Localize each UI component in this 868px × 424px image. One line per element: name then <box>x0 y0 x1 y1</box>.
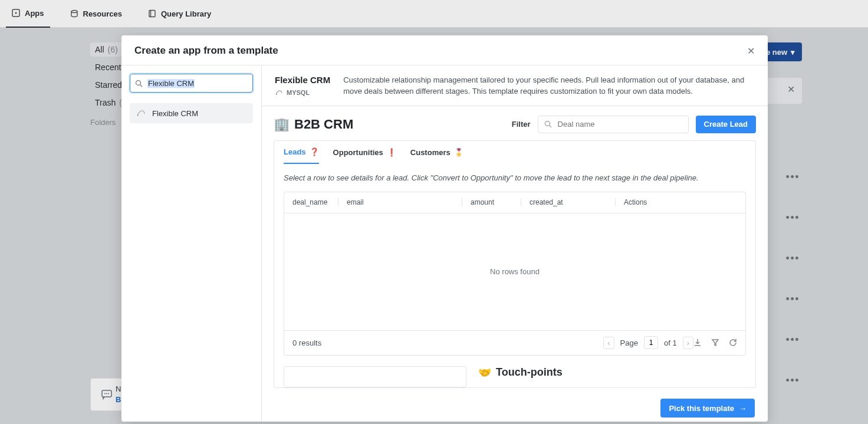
page-of-label: of 1 <box>664 338 677 347</box>
touchpoint-card[interactable] <box>284 366 466 387</box>
page-label: Page <box>620 338 638 347</box>
preview-titlebar: 🏢 B2B CRM Filter <box>274 116 756 133</box>
tab-opportunities[interactable]: Opportunities ❗ <box>333 140 396 164</box>
close-icon[interactable]: ✕ <box>747 45 755 57</box>
touchpoints-title: 🤝 Touch-points <box>478 366 563 379</box>
pick-template-button[interactable]: Pick this template → <box>660 399 755 418</box>
touchpoints-label: Touch-points <box>496 366 563 379</box>
filter-label: Filter <box>512 120 531 129</box>
page-input[interactable] <box>644 336 658 349</box>
tab-leads[interactable]: Leads ❓ <box>284 140 319 164</box>
preview-panel: Select a row to see details for a lead. … <box>274 164 756 388</box>
col-email[interactable]: email <box>338 198 462 206</box>
table-tool-icons <box>693 338 737 347</box>
no-rows-message: No rows found <box>284 213 745 330</box>
col-actions: Actions <box>616 198 745 206</box>
svg-line-10 <box>140 84 143 87</box>
template-search[interactable]: Flexible CRM <box>130 74 253 93</box>
touchpoints-row: 🤝 Touch-points <box>284 366 746 387</box>
leads-table: deal_name email amount created_at Action… <box>284 192 746 356</box>
exclamation-icon: ❗ <box>387 148 396 157</box>
arrow-right-icon: → <box>739 404 747 413</box>
svg-point-13 <box>545 121 550 126</box>
page-prev-icon[interactable]: ‹ <box>603 337 614 349</box>
mysql-icon <box>275 88 283 97</box>
tab-customers[interactable]: Customers 🎖️ <box>410 140 463 164</box>
app-title-text: B2B CRM <box>294 117 353 132</box>
mysql-icon <box>136 108 146 119</box>
results-count: 0 results <box>292 338 603 347</box>
table-header: deal_name email amount created_at Action… <box>284 192 745 213</box>
building-icon: 🏢 <box>274 117 290 132</box>
svg-line-14 <box>549 126 551 128</box>
filter-icon[interactable] <box>711 338 719 347</box>
page-next-icon[interactable]: › <box>683 337 693 349</box>
preview-toolbar: Filter Create Lead <box>512 116 756 133</box>
template-detail-header: Flexible CRM MYSQL Customizable relation… <box>262 65 768 106</box>
template-description: Customizable relationship management tai… <box>343 75 755 97</box>
tab-label: Opportunities <box>333 148 383 157</box>
preview-tabs: Leads ❓ Opportunities ❗ Customers 🎖️ <box>274 140 756 164</box>
template-name: Flexible CRM <box>275 75 330 85</box>
modal-title: Create an app from a template <box>134 45 278 57</box>
handshake-icon: 🤝 <box>478 366 491 379</box>
svg-point-11 <box>137 115 139 116</box>
svg-point-12 <box>276 94 277 95</box>
svg-point-9 <box>136 80 141 85</box>
tab-label: Customers <box>410 148 451 157</box>
search-input-text: Flexible CRM <box>147 79 195 88</box>
table-footer: 0 results ‹ Page of 1 › <box>284 330 745 355</box>
pick-template-label: Pick this template <box>669 404 734 413</box>
search-icon <box>135 80 143 87</box>
tab-label: Leads <box>284 147 306 156</box>
download-icon[interactable] <box>693 338 702 347</box>
db-label: MYSQL <box>287 89 310 96</box>
modal-footer: Pick this template → <box>262 395 768 422</box>
search-icon <box>544 120 552 128</box>
create-lead-button[interactable]: Create Lead <box>696 116 756 133</box>
question-icon: ❓ <box>310 147 319 156</box>
search-input[interactable] <box>199 79 248 88</box>
deal-filter-input[interactable] <box>538 116 689 133</box>
pager: ‹ Page of 1 › <box>603 336 693 349</box>
template-list-pane: Flexible CRM Flexible CRM <box>121 65 262 422</box>
refresh-icon[interactable] <box>729 338 737 347</box>
panel-hint: Select a row to see details for a lead. … <box>284 173 746 182</box>
medal-icon: 🎖️ <box>454 148 463 157</box>
preview-app-title: 🏢 B2B CRM <box>274 117 353 132</box>
template-item-flexible-crm[interactable]: Flexible CRM <box>130 103 253 123</box>
col-amount[interactable]: amount <box>462 198 521 206</box>
template-detail-pane: Flexible CRM MYSQL Customizable relation… <box>262 65 768 422</box>
col-deal-name[interactable]: deal_name <box>284 198 338 206</box>
template-preview[interactable]: 🏢 B2B CRM Filter <box>262 106 768 395</box>
template-modal: Create an app from a template ✕ Flexible… <box>121 35 768 422</box>
create-lead-label: Create Lead <box>704 120 748 129</box>
template-db-badge: MYSQL <box>275 88 330 97</box>
modal-header: Create an app from a template ✕ <box>121 35 768 65</box>
deal-filter-field[interactable] <box>557 119 682 129</box>
col-created-at[interactable]: created_at <box>521 198 616 206</box>
template-item-label: Flexible CRM <box>152 109 198 118</box>
